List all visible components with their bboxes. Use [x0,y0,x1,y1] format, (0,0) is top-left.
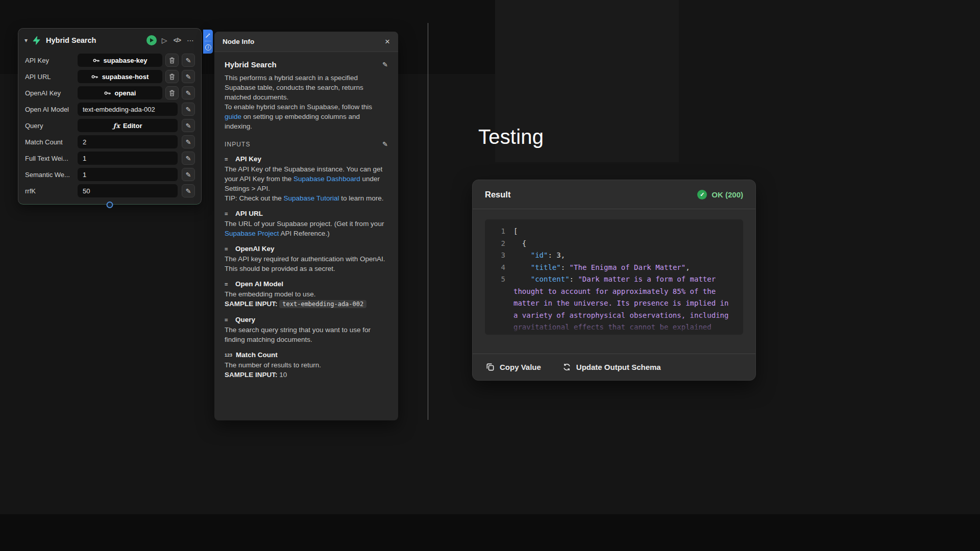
input-doc-open-ai-model: = Open AI Model The embedding model to u… [225,280,388,309]
status-badge: ✓ OK (200) [697,190,743,199]
copy-value-button[interactable]: Copy Value [486,363,541,371]
result-title: Result [485,190,510,199]
edit-field-button[interactable]: ✎ [182,135,195,148]
delete-field-button[interactable] [165,86,179,99]
more-options-icon[interactable]: ⋯ [186,36,195,44]
field-label: rrfK [25,187,78,195]
test-play-icon[interactable]: ▷ [161,36,168,44]
guide-link[interactable]: guide [225,113,241,120]
node-info-panel: Node Info × Hybrid Search ✎ This perform… [214,32,398,420]
field-row-api-key: API Key supabase-key ✎ [18,52,201,68]
field-value-text: supabase-key [104,57,148,64]
result-footer: Copy Value Update Output Schema [473,354,755,380]
input-description: The number of results to return.SAMPLE I… [225,360,388,380]
edit-field-button[interactable]: ✎ [182,103,195,116]
input-doc-match-count: 123 Match Count The number of results to… [225,351,388,380]
panel-title: Node Info [223,38,254,45]
field-label: OpenAI Key [25,89,78,97]
match-count-value[interactable]: 2 [78,135,178,148]
input-description: The URL of your Supabase project. (Get i… [225,219,388,238]
string-type-icon: = [225,246,232,252]
result-panel: Result ✓ OK (200) 1 [ 2 { 3 "id": 3, 4 [472,180,756,381]
close-icon[interactable]: × [385,37,390,46]
code-line: 1 [ [493,226,735,238]
supabase-tutorial-link[interactable]: Supabase Tutorial [284,194,339,202]
field-value-text: 1 [83,171,86,179]
api-key-value[interactable]: supabase-key [78,54,162,67]
code-icon[interactable]: </> [173,37,182,44]
result-header: Result ✓ OK (200) [473,180,755,209]
api-url-value[interactable]: supabase-host [78,70,162,83]
edit-field-button[interactable]: ✎ [182,54,195,67]
run-node-button[interactable] [146,35,157,45]
field-row-full-text-weight: Full Text Wei... 1 ✎ [18,150,201,166]
input-doc-query: = Query The search query string that you… [225,316,388,344]
delete-field-button[interactable] [165,70,179,83]
edit-field-button[interactable]: ✎ [182,152,195,165]
semantic-weight-value[interactable]: 1 [78,168,178,181]
field-value-text: 1 [83,155,86,162]
rrfk-value[interactable]: 50 [78,184,178,197]
edit-inputs-icon[interactable]: ✎ [382,140,388,148]
field-label: Semantic We... [25,171,78,179]
edit-description-icon[interactable]: ✎ [382,61,388,68]
open-ai-model-value[interactable]: text-embedding-ada-002 [78,103,178,116]
hybrid-search-node[interactable]: ▾ Hybrid Search ▷ </> ⋯ API Key supabase… [18,28,202,205]
field-row-openai-key: OpenAI Key openai ✎ [18,85,201,101]
inputs-section-label: INPUTS [225,141,250,148]
node-info-heading: Hybrid Search [225,60,277,69]
edit-field-button[interactable]: ✎ [182,119,195,132]
supabase-project-link[interactable]: Supabase Project [225,230,279,237]
string-type-icon: = [225,317,232,323]
supabase-dashboard-link[interactable]: Supabase Dashboard [293,175,360,183]
edit-field-button[interactable]: ✎ [182,184,195,197]
workflow-canvas: ▾ Hybrid Search ▷ </> ⋯ API Key supabase… [0,0,980,551]
code-line: 3 "id": 3, [493,249,735,262]
fx-icon: ƒx [113,122,120,130]
result-json-viewer[interactable]: 1 [ 2 { 3 "id": 3, 4 "title": "The Enigm… [485,219,743,335]
query-editor-button[interactable]: ƒx Editor [78,119,178,132]
input-description: The embedding model to use.SAMPLE INPUT:… [225,289,388,309]
key-icon [93,58,100,63]
delete-field-button[interactable] [165,54,179,67]
input-doc-api-key: = API Key The API Key of the Supabase in… [225,155,388,203]
refresh-icon [562,363,571,371]
copy-icon [486,363,495,371]
field-row-query: Query ƒx Editor ✎ [18,117,201,134]
node-header: ▾ Hybrid Search ▷ </> ⋯ [18,29,201,52]
node-action-strip: i [203,30,213,54]
field-value-text: supabase-host [102,73,149,81]
string-type-icon: = [225,281,232,287]
code-line: 2 { [493,238,735,250]
input-doc-openai-key: = OpenAI Key The API key required for au… [225,245,388,273]
field-label: Query [25,122,78,130]
success-check-icon: ✓ [697,190,707,199]
supabase-logo-icon [32,36,41,45]
input-description: The search query string that you want to… [225,325,388,344]
canvas-region [0,514,980,551]
testing-heading: Testing [478,126,544,148]
output-connector[interactable] [107,202,113,208]
code-line: 4 "title": "The Enigma of Dark Matter", [493,262,735,274]
field-row-api-url: API URL supabase-host ✎ [18,68,201,85]
field-row-rrfk: rrfK 50 ✎ [18,183,201,199]
field-label: API URL [25,73,78,81]
input-description: The API Key of the Supabase instance. Yo… [225,164,388,203]
magic-wand-icon[interactable] [205,33,211,38]
update-output-schema-button[interactable]: Update Output Schema [562,363,661,371]
node-info-header: Node Info × [214,32,398,52]
collapse-chevron-icon[interactable]: ▾ [24,37,28,44]
field-label: API Key [25,57,78,64]
node-description: This performs a hybrid search in a speci… [225,73,388,131]
input-description: The API key required for authentication … [225,254,388,273]
field-row-open-ai-model: Open AI Model text-embedding-ada-002 ✎ [18,101,201,117]
edit-field-button[interactable]: ✎ [182,86,195,99]
panel-divider [428,23,428,420]
string-type-icon: = [225,211,232,217]
info-icon[interactable]: i [205,44,211,51]
full-text-weight-value[interactable]: 1 [78,152,178,165]
field-label: Match Count [25,138,78,146]
edit-field-button[interactable]: ✎ [182,168,195,181]
openai-key-value[interactable]: openai [78,86,162,99]
edit-field-button[interactable]: ✎ [182,70,195,83]
